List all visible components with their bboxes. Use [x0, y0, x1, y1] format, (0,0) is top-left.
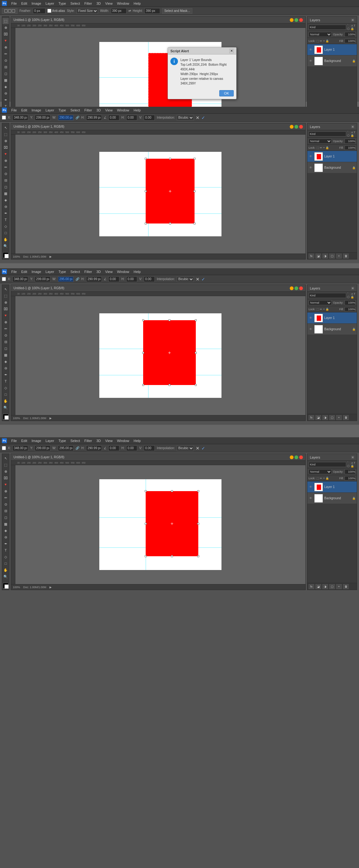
menu-view-2[interactable]: View — [103, 108, 115, 113]
layer-vis-bg-2[interactable]: 👁 — [308, 165, 313, 170]
tool-blur[interactable]: ◈ — [2, 84, 9, 90]
tool-zoom-3[interactable]: 🔍 — [2, 404, 9, 411]
handle-tr-4[interactable] — [197, 490, 199, 492]
delete-layer-btn-3[interactable]: 🗑 — [343, 415, 349, 420]
interp-select-2[interactable]: Bicubic — [177, 115, 194, 121]
menu-layer-4[interactable]: Layer — [43, 438, 56, 443]
dialog-close-btn[interactable]: ✕ — [229, 49, 234, 53]
fx-btn-2[interactable]: fx — [308, 253, 314, 258]
tool-gradient-4[interactable]: ▦ — [2, 521, 9, 527]
tool-crop[interactable]: ⌧ — [2, 31, 9, 37]
transform-cancel-btn[interactable]: ✕ — [196, 115, 200, 120]
y-input-2[interactable] — [35, 115, 51, 121]
w-input-4[interactable] — [58, 445, 73, 451]
menu-filter-4[interactable]: Filter — [82, 438, 94, 443]
tool-lasso-3[interactable]: ⊗ — [2, 299, 9, 306]
opacity-input-2[interactable] — [345, 139, 356, 144]
fill-input-3[interactable] — [345, 307, 356, 311]
tool-brush-2[interactable]: ✏ — [2, 164, 9, 170]
layers-kind-input[interactable] — [308, 25, 346, 30]
fx-btn-4[interactable]: fx — [308, 584, 314, 589]
tool-path-3[interactable]: ◇ — [2, 385, 9, 391]
menu-file-3[interactable]: File — [9, 269, 19, 274]
layers-menu-btn-4[interactable]: ≡ — [351, 456, 354, 459]
menu-select-4[interactable]: Select — [69, 438, 82, 443]
tool-heal[interactable]: ⊕ — [2, 44, 9, 51]
tool-text-3[interactable]: T — [2, 378, 9, 384]
handle-tr[interactable] — [193, 158, 196, 160]
menu-filter-1[interactable]: Filter — [82, 1, 94, 6]
tool-lasso-2[interactable]: ⊗ — [2, 138, 9, 144]
x-input-4[interactable] — [12, 445, 28, 451]
tool-gradient[interactable]: ▦ — [2, 77, 9, 83]
tool-blur-2[interactable]: ◈ — [2, 197, 9, 203]
menu-help-2[interactable]: Help — [132, 108, 143, 113]
handle-ml-3[interactable] — [142, 352, 144, 354]
tool-history-4[interactable]: ⊟ — [2, 508, 9, 514]
opacity-input-4[interactable] — [345, 469, 356, 474]
tool-crop-4[interactable]: ⌧ — [2, 475, 9, 481]
tool-history-3[interactable]: ⊟ — [2, 339, 9, 345]
win-minimize-4[interactable] — [290, 456, 294, 459]
tool-blur-4[interactable]: ◈ — [2, 527, 9, 534]
mask-btn-2[interactable]: ◪ — [316, 253, 321, 258]
handle-mr[interactable] — [193, 190, 196, 192]
menu-window-2[interactable]: Window — [115, 108, 131, 113]
tool-eraser-4[interactable]: ◻ — [2, 514, 9, 521]
interp-select-3[interactable]: Bicubic — [177, 276, 194, 282]
tool-heal-3[interactable]: ⊕ — [2, 319, 9, 325]
group-btn-3[interactable]: ▢ — [329, 415, 335, 420]
group-btn-2[interactable]: ▢ — [329, 253, 335, 258]
tool-text-4[interactable]: T — [2, 547, 9, 553]
layer-vis-bg-1[interactable]: 👁 — [308, 59, 313, 63]
tool-dodge-2[interactable]: ⊖ — [2, 204, 9, 210]
y-input-4[interactable] — [35, 445, 51, 451]
mask-btn-4[interactable]: ◪ — [316, 584, 321, 589]
transform-ref-checkbox[interactable] — [2, 116, 6, 120]
handle-bl-3[interactable] — [142, 384, 144, 386]
menu-layer-3[interactable]: Layer — [43, 269, 56, 274]
tool-lasso[interactable]: ⊗ — [2, 24, 9, 31]
tool-shape-3[interactable]: □ — [2, 391, 9, 398]
menu-file-4[interactable]: File — [9, 438, 19, 443]
handle-br[interactable] — [193, 222, 196, 224]
handle-tm[interactable] — [169, 158, 171, 160]
win-close-2[interactable] — [299, 125, 303, 129]
tool-shape-4[interactable]: □ — [2, 560, 9, 566]
opacity-input-1[interactable] — [345, 32, 356, 37]
menu-type-1[interactable]: Type — [57, 1, 68, 6]
handle-br-3[interactable] — [195, 384, 197, 386]
tool-shape-2[interactable]: □ — [2, 230, 9, 236]
menu-image-2[interactable]: Image — [30, 108, 43, 113]
select-mask-btn[interactable]: Select and Mask... — [162, 8, 192, 14]
menu-select-3[interactable]: Select — [69, 269, 82, 274]
tool-marquee[interactable]: ⬚ — [2, 18, 9, 24]
hi-input-2[interactable] — [126, 115, 137, 121]
menu-view-3[interactable]: View — [103, 269, 115, 274]
foreground-color-4[interactable] — [3, 583, 8, 588]
x-input-3[interactable] — [12, 276, 28, 282]
hi-input-4[interactable] — [126, 445, 137, 451]
menu-edit-2[interactable]: Edit — [20, 108, 29, 113]
tool-move-4[interactable]: ↖ — [2, 455, 9, 461]
win-maximize-4[interactable] — [295, 456, 298, 459]
menu-image-1[interactable]: Image — [30, 1, 43, 6]
layers-menu-btn-1[interactable]: ≡ — [351, 19, 354, 22]
menu-layer-1[interactable]: Layer — [43, 1, 56, 6]
height-input[interactable] — [144, 8, 160, 14]
win-minimize-1[interactable] — [290, 18, 294, 22]
tool-marquee-4[interactable]: ⬚ — [2, 462, 9, 468]
transform-commit-btn-3[interactable]: ✓ — [202, 277, 205, 282]
tool-eyedropper-3[interactable]: 🔻 — [2, 312, 9, 319]
x-input-2[interactable] — [12, 115, 28, 121]
hi-input-3[interactable] — [126, 276, 137, 282]
fill-input-1[interactable] — [345, 39, 356, 43]
tool-clone-4[interactable]: ⊙ — [2, 501, 9, 507]
transform-cancel-btn-3[interactable]: ✕ — [196, 277, 200, 282]
tool-brush-4[interactable]: ✏ — [2, 495, 9, 501]
tool-hand-2[interactable]: ✋ — [2, 236, 9, 243]
layer-vis-bg-3[interactable]: 👁 — [308, 327, 313, 332]
menu-layer-2[interactable]: Layer — [43, 108, 56, 113]
menu-3d-2[interactable]: 3D — [95, 108, 103, 113]
tool-gradient-3[interactable]: ▦ — [2, 352, 9, 358]
